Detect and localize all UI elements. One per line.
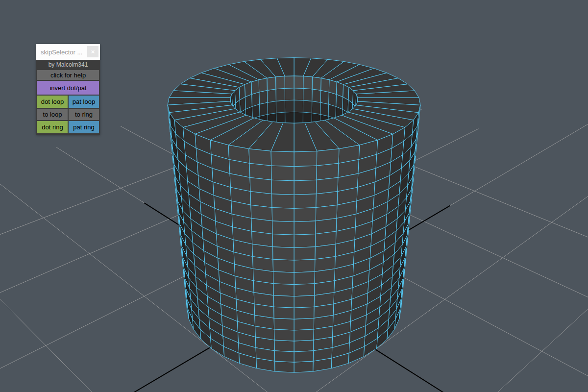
skipselector-window: skipSelector ... × by Malcolm341 click f… — [36, 44, 100, 135]
maya-viewport-stage: skipSelector ... × by Malcolm341 click f… — [0, 0, 588, 392]
byline-label: by Malcolm341 — [37, 61, 99, 69]
panel-body: by Malcolm341 click for help invert dot/… — [36, 60, 100, 135]
dot-ring-button[interactable]: dot ring — [37, 121, 68, 133]
dot-loop-button[interactable]: dot loop — [37, 96, 68, 108]
close-icon[interactable]: × — [87, 46, 98, 57]
window-titlebar[interactable]: skipSelector ... × — [36, 44, 100, 60]
pipe-mesh[interactable] — [168, 58, 420, 373]
to-loop-button[interactable]: to loop — [37, 109, 68, 120]
pat-loop-button[interactable]: pat loop — [69, 96, 99, 108]
invert-dot-pat-button[interactable]: invert dot/pat — [37, 81, 99, 95]
to-ring-button[interactable]: to ring — [69, 109, 99, 120]
click-for-help-button[interactable]: click for help — [37, 70, 99, 80]
ring-button-row: dot ring pat ring — [37, 121, 99, 133]
pat-ring-button[interactable]: pat ring — [69, 121, 99, 133]
loop-button-row: dot loop pat loop — [37, 96, 99, 108]
to-button-row: to loop to ring — [37, 109, 99, 120]
